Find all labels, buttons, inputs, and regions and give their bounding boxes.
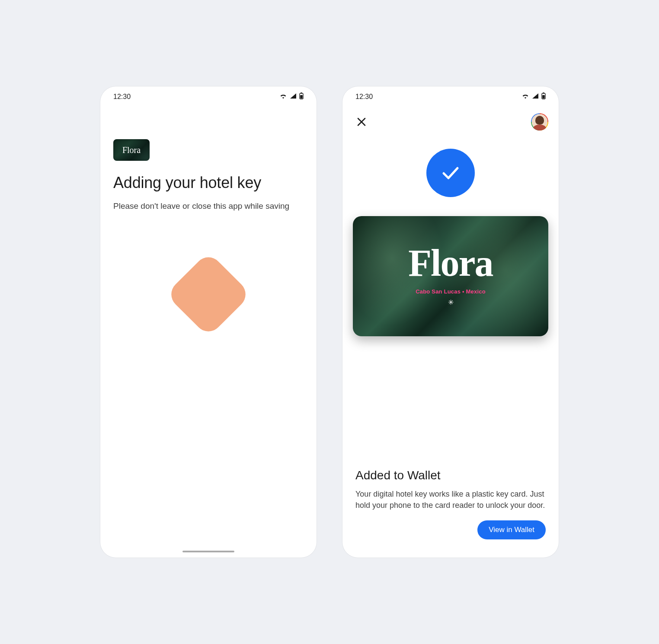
page-subtitle: Please don't leave or close this app whi… [113, 201, 304, 212]
status-bar: 12:30 [342, 89, 559, 105]
status-icons-group [521, 92, 546, 101]
cellular-icon [532, 93, 539, 101]
loading-indicator-container [113, 264, 304, 325]
brand-chip: Flora [113, 139, 150, 161]
top-bar [342, 113, 559, 131]
status-time: 12:30 [113, 93, 131, 101]
phone-left: 12:30 Flora Adding your hotel key Please… [100, 86, 317, 558]
hotel-location: Cabo San Lucas • Mexico [416, 288, 486, 295]
hotel-star-icon: ✳ [448, 298, 454, 306]
svg-rect-5 [542, 95, 544, 99]
status-time: 12:30 [355, 93, 373, 101]
added-title: Added to Wallet [355, 469, 546, 482]
avatar[interactable] [531, 113, 548, 131]
phone-right: 12:30 Flora Cabo San Lucas • Mexico [342, 86, 559, 558]
home-indicator[interactable] [182, 551, 234, 552]
brand-chip-label: Flora [122, 146, 141, 154]
battery-icon [299, 92, 304, 101]
hotel-brand-logo: Flora [408, 246, 493, 280]
wifi-icon [521, 93, 529, 101]
status-bar: 12:30 [100, 89, 317, 105]
close-icon[interactable] [353, 113, 370, 131]
battery-icon [541, 92, 546, 101]
hotel-key-card[interactable]: Flora Cabo San Lucas • Mexico ✳ [353, 216, 548, 336]
success-check-icon [426, 149, 475, 197]
added-description: Your digital hotel key works like a plas… [355, 488, 546, 511]
svg-rect-2 [300, 95, 302, 99]
page-title: Adding your hotel key [113, 174, 304, 192]
cellular-icon [290, 93, 297, 101]
view-in-wallet-button[interactable]: View in Wallet [477, 520, 546, 539]
status-icons-group [279, 92, 304, 101]
wifi-icon [279, 93, 287, 101]
loading-indicator-icon [166, 252, 251, 337]
added-section: Added to Wallet Your digital hotel key w… [355, 469, 546, 511]
